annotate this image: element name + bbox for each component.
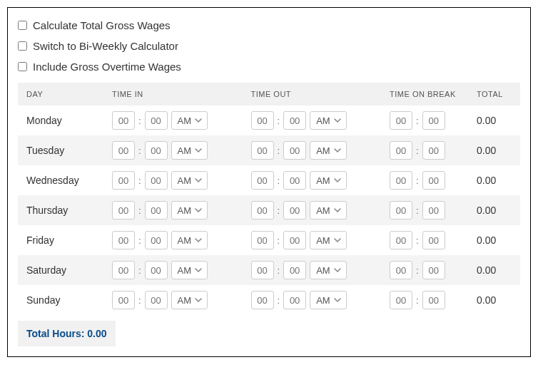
chevron-down-icon: [333, 296, 342, 304]
hours-input[interactable]: [112, 201, 135, 220]
colon-separator: :: [414, 175, 421, 186]
ampm-select[interactable]: AM: [171, 171, 208, 190]
minutes-input[interactable]: [145, 291, 168, 309]
ampm-value: AM: [316, 205, 330, 216]
ampm-select[interactable]: AM: [171, 141, 208, 160]
ampm-select[interactable]: AM: [310, 111, 347, 130]
table-header: DAY TIME IN TIME OUT TIME ON BREAK TOTAL: [18, 83, 520, 105]
hours-input[interactable]: [251, 111, 274, 130]
time-out-cell: :AM: [251, 141, 390, 160]
ampm-select[interactable]: AM: [171, 261, 208, 279]
minutes-input[interactable]: [422, 171, 445, 190]
time-out-cell: :AM: [251, 261, 390, 279]
hours-input[interactable]: [112, 231, 135, 249]
ampm-select[interactable]: AM: [171, 111, 208, 130]
ampm-value: AM: [316, 235, 330, 246]
hours-input[interactable]: [251, 231, 274, 249]
ampm-value: AM: [178, 145, 192, 156]
hours-input[interactable]: [112, 291, 135, 309]
checkbox-biweekly[interactable]: [18, 41, 27, 51]
minutes-input[interactable]: [283, 201, 306, 220]
ampm-value: AM: [178, 175, 192, 186]
minutes-input[interactable]: [283, 231, 306, 249]
hours-input[interactable]: [112, 171, 135, 190]
minutes-input[interactable]: [283, 261, 306, 279]
minutes-input[interactable]: [422, 261, 445, 279]
hours-input[interactable]: [390, 231, 412, 249]
time-out-cell: :AM: [251, 111, 390, 130]
chevron-down-icon: [333, 266, 342, 274]
hours-input[interactable]: [112, 111, 135, 130]
chevron-down-icon: [194, 116, 203, 125]
colon-separator: :: [414, 205, 421, 216]
hours-input[interactable]: [251, 291, 274, 309]
header-day: DAY: [22, 90, 112, 98]
option-label: Include Gross Overtime Wages: [33, 61, 181, 73]
minutes-input[interactable]: [422, 291, 445, 309]
table-row: Saturday:AM:AM:0.00: [18, 255, 520, 285]
hours-input[interactable]: [251, 201, 274, 220]
day-label: Wednesday: [22, 175, 112, 186]
minutes-input[interactable]: [145, 141, 168, 160]
colon-separator: :: [275, 175, 283, 186]
hours-input[interactable]: [251, 171, 274, 190]
hours-input[interactable]: [390, 141, 412, 160]
hours-input[interactable]: [390, 261, 412, 279]
minutes-input[interactable]: [145, 231, 168, 249]
minutes-input[interactable]: [283, 141, 306, 160]
time-in-cell: :AM: [112, 231, 251, 249]
option-overtime[interactable]: Include Gross Overtime Wages: [18, 61, 520, 73]
option-calc-gross[interactable]: Calculate Total Gross Wages: [18, 19, 520, 31]
hours-input[interactable]: [390, 291, 412, 309]
colon-separator: :: [136, 205, 143, 216]
header-time-in: TIME IN: [112, 90, 251, 98]
option-label: Calculate Total Gross Wages: [33, 19, 171, 31]
time-table: DAY TIME IN TIME OUT TIME ON BREAK TOTAL…: [18, 83, 520, 315]
chevron-down-icon: [333, 206, 342, 215]
hours-input[interactable]: [390, 201, 412, 220]
minutes-input[interactable]: [145, 111, 168, 130]
header-total: TOTAL: [477, 90, 516, 98]
ampm-value: AM: [316, 265, 330, 276]
colon-separator: :: [136, 175, 143, 186]
minutes-input[interactable]: [422, 231, 445, 249]
minutes-input[interactable]: [283, 171, 306, 190]
minutes-input[interactable]: [422, 201, 445, 220]
ampm-select[interactable]: AM: [171, 291, 208, 309]
hours-input[interactable]: [390, 171, 412, 190]
day-label: Monday: [22, 115, 112, 126]
row-total: 0.00: [477, 115, 516, 126]
minutes-input[interactable]: [422, 111, 445, 130]
ampm-select[interactable]: AM: [310, 141, 347, 160]
ampm-value: AM: [316, 175, 330, 186]
hours-input[interactable]: [251, 261, 274, 279]
total-hours-label: Total Hours:: [26, 328, 84, 339]
day-label: Thursday: [22, 205, 112, 216]
chevron-down-icon: [194, 266, 203, 274]
option-biweekly[interactable]: Switch to Bi-Weekly Calculator: [18, 40, 520, 52]
time-out-cell: :AM: [251, 231, 390, 249]
minutes-input[interactable]: [145, 201, 168, 220]
ampm-select[interactable]: AM: [310, 171, 347, 190]
ampm-select[interactable]: AM: [310, 231, 347, 249]
minutes-input[interactable]: [283, 111, 306, 130]
checkbox-overtime[interactable]: [18, 62, 27, 71]
ampm-select[interactable]: AM: [171, 231, 208, 249]
colon-separator: :: [414, 115, 421, 126]
minutes-input[interactable]: [283, 291, 306, 309]
hours-input[interactable]: [390, 111, 412, 130]
checkbox-calc-gross[interactable]: [18, 21, 27, 30]
ampm-select[interactable]: AM: [310, 291, 347, 309]
row-total: 0.00: [477, 145, 516, 156]
hours-input[interactable]: [251, 141, 274, 160]
minutes-input[interactable]: [145, 261, 168, 279]
ampm-select[interactable]: AM: [310, 201, 347, 220]
hours-input[interactable]: [112, 261, 135, 279]
ampm-select[interactable]: AM: [171, 201, 208, 220]
minutes-input[interactable]: [422, 141, 445, 160]
time-in-cell: :AM: [112, 141, 251, 160]
ampm-select[interactable]: AM: [310, 261, 347, 279]
minutes-input[interactable]: [145, 171, 168, 190]
table-body: Monday:AM:AM:0.00Tuesday:AM:AM:0.00Wedne…: [18, 105, 520, 315]
hours-input[interactable]: [112, 141, 135, 160]
